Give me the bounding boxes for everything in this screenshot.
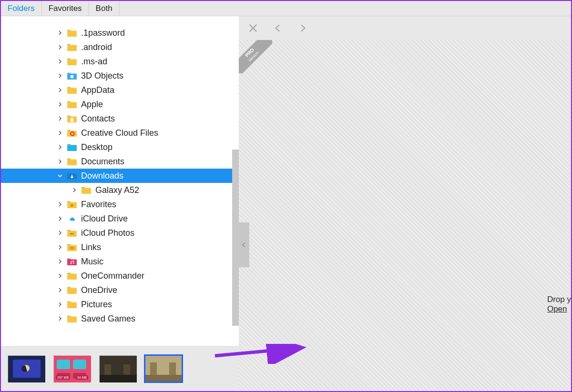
icloud-folder-icon [67, 214, 77, 223]
svg-rect-23 [145, 375, 183, 382]
tree-item-label: .android [81, 42, 112, 52]
chevron-right-icon[interactable] [53, 29, 67, 37]
tree-item--ms-ad[interactable]: .ms-ad [1, 54, 239, 69]
tree-item-label: Music [81, 257, 103, 267]
right-pane: PRO Version Drop y Open [239, 16, 571, 391]
tree-item-3d-objects[interactable]: 3D Objects [1, 69, 239, 83]
chevron-right-icon[interactable] [53, 58, 67, 65]
tree-item-icloud-drive[interactable]: iCloud Drive [1, 211, 239, 226]
chevron-right-icon[interactable] [53, 243, 67, 251]
tree-item--1password[interactable]: .1password [1, 26, 239, 40]
tab-favorites[interactable]: Favorites [42, 1, 89, 16]
tree-item-favorites[interactable]: Favorites [1, 197, 239, 211]
chevron-right-icon[interactable] [53, 115, 67, 122]
tree-item-desktop[interactable]: Desktop [1, 140, 239, 154]
pro-ribbon[interactable]: PRO Version [239, 40, 272, 73]
objects3d-folder-icon [67, 71, 77, 80]
music-folder-icon [67, 257, 77, 266]
favorites-folder-icon [67, 200, 77, 209]
tree-item-onedrive[interactable]: OneDrive [1, 283, 239, 297]
chevron-right-icon[interactable] [53, 143, 67, 151]
chevron-right-icon[interactable] [53, 215, 67, 222]
close-icon[interactable] [245, 20, 261, 36]
folder-folder-icon [67, 271, 77, 280]
tree-item-label: .ms-ad [81, 57, 107, 67]
svg-rect-24 [150, 362, 157, 375]
next-icon[interactable] [295, 20, 310, 36]
folder-folder-icon [67, 157, 77, 166]
tree-item--android[interactable]: .android [1, 40, 239, 54]
tree-item-contacts[interactable]: Contacts [1, 111, 239, 126]
svg-rect-25 [169, 362, 176, 375]
chevron-right-icon[interactable] [53, 301, 67, 308]
chevron-right-icon[interactable] [53, 272, 67, 280]
prev-icon[interactable] [270, 20, 286, 36]
folder-folder-icon [67, 57, 77, 66]
tree-item-icloud-photos[interactable]: iCloud Photos [1, 226, 239, 240]
tree-item-downloads[interactable]: Downloads [1, 169, 239, 183]
tree-item-label: 3D Objects [81, 71, 123, 81]
chevron-right-icon[interactable] [53, 286, 67, 294]
folder-tree[interactable]: .1password .android .ms-ad 3D Objects Ap… [1, 16, 239, 346]
dropzone-line1: Drop y [547, 295, 571, 304]
tab-both[interactable]: Both [89, 1, 120, 16]
thumbnail-strip: 297 MB34 MB [1, 346, 239, 391]
svg-rect-19 [100, 375, 137, 382]
tree-item-label: Downloads [81, 171, 123, 181]
thumbnail-badge: 297 MB [56, 375, 70, 380]
tree-scrollbar[interactable] [232, 150, 239, 326]
tree-item-label: AppData [81, 85, 114, 95]
chevron-down-icon[interactable] [53, 172, 67, 180]
svg-point-6 [71, 232, 73, 234]
svg-rect-20 [104, 364, 111, 375]
tree-item-label: Creative Cloud Files [81, 128, 158, 138]
preview-dropzone[interactable]: PRO Version Drop y Open [239, 40, 571, 391]
chevron-right-icon[interactable] [53, 315, 67, 322]
tree-item-links[interactable]: Links [1, 240, 239, 254]
chevron-right-icon[interactable] [53, 158, 67, 165]
chevron-right-icon[interactable] [53, 258, 67, 265]
tree-item-label: Galaxy A52 [95, 185, 139, 195]
dropzone-open-link[interactable]: Open [547, 304, 571, 314]
tree-item-onecommander[interactable]: OneCommander [1, 269, 239, 283]
chevron-right-icon[interactable] [53, 201, 67, 208]
tree-item-documents[interactable]: Documents [1, 154, 239, 169]
tree-item-label: Documents [81, 157, 124, 167]
chevron-right-icon[interactable] [53, 43, 67, 51]
svg-point-1 [71, 118, 73, 120]
tree-item-appdata[interactable]: AppData [1, 83, 239, 97]
thumbnail-1[interactable] [8, 355, 45, 382]
svg-rect-2 [70, 121, 73, 122]
chevron-right-icon[interactable] [53, 101, 67, 108]
chevron-right-icon[interactable] [53, 229, 67, 237]
folder-folder-icon [67, 86, 77, 94]
thumbnail-3[interactable] [99, 355, 136, 382]
left-pane: .1password .android .ms-ad 3D Objects Ap… [1, 16, 239, 391]
chevron-right-icon[interactable] [53, 72, 67, 80]
tree-item-pictures[interactable]: Pictures [1, 297, 239, 312]
tree-item-label: Desktop [81, 142, 112, 152]
tree-item-label: Links [81, 242, 101, 252]
thumbnail-4[interactable] [145, 355, 182, 382]
chevron-right-icon[interactable] [68, 186, 81, 194]
contacts-folder-icon [67, 114, 77, 123]
tree-item-music[interactable]: Music [1, 254, 239, 269]
tree-item-label: .1password [81, 28, 125, 38]
collapse-handle[interactable] [239, 222, 249, 267]
tree-item-label: OneCommander [81, 271, 144, 281]
chevron-right-icon[interactable] [53, 129, 67, 137]
svg-rect-21 [123, 364, 130, 375]
chevron-right-icon[interactable] [53, 86, 67, 94]
svg-rect-14 [57, 360, 70, 369]
app-window: Folders Favorites Both .1password .andro… [0, 0, 572, 392]
thumbnail-2[interactable]: 297 MB34 MB [53, 355, 91, 382]
preview-toolbar [239, 16, 571, 40]
tree-item-label: iCloud Drive [81, 214, 128, 224]
downloads-folder-icon [67, 171, 77, 180]
tab-folders[interactable]: Folders [1, 1, 42, 16]
tree-item-galaxy-a52[interactable]: Galaxy A52 [1, 183, 239, 197]
tree-item-apple[interactable]: Apple [1, 97, 239, 111]
tree-item-label: Favorites [81, 200, 116, 210]
tree-item-saved-games[interactable]: Saved Games [1, 312, 239, 326]
tree-item-creative-cloud-files[interactable]: Creative Cloud Files [1, 126, 239, 140]
